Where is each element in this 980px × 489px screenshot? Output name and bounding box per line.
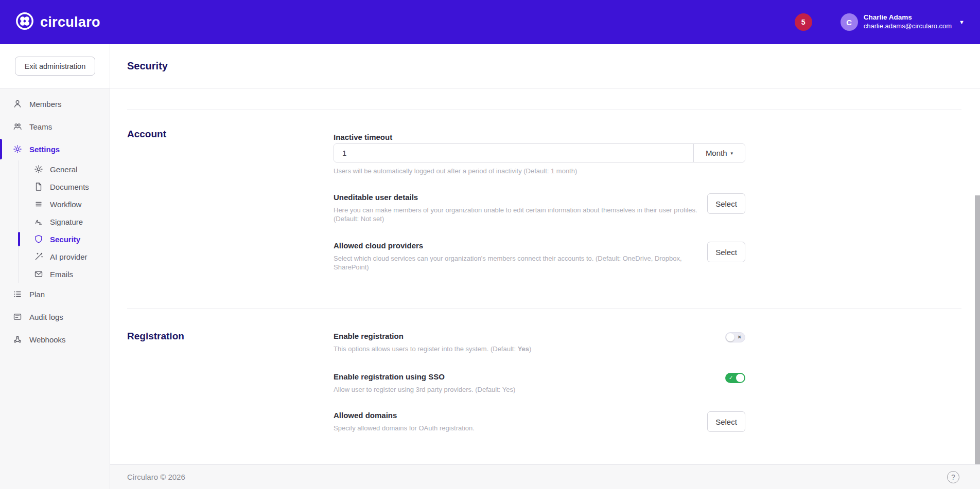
enable-sso-toggle[interactable]: ✓: [725, 373, 745, 383]
field-help: Specify allowed domains for OAuth regist…: [334, 424, 745, 432]
section-registration: Registration Enable registration This op…: [127, 331, 961, 432]
circularo-logo-icon: [15, 12, 34, 32]
x-icon: ✕: [738, 335, 742, 340]
field-help: Users will be automatically logged out a…: [334, 167, 745, 175]
sidebar-footer-strip: [0, 464, 110, 489]
page-header: Security: [110, 44, 980, 88]
field-help-line: (Default: Not set): [334, 214, 745, 223]
field-allowed-domains: Allowed domains Specify allowed domains …: [334, 411, 745, 432]
signature-icon: [34, 217, 43, 226]
sidebar-item-ai-provider[interactable]: AI provider: [19, 248, 110, 265]
help-icon[interactable]: ?: [947, 471, 959, 483]
sidebar-item-signature[interactable]: Signature: [19, 213, 110, 230]
list-icon: [13, 289, 22, 299]
sidebar-item-label: AI provider: [50, 252, 87, 261]
field-help: Allow user to register using 3rd party p…: [334, 385, 745, 394]
sidebar-item-members[interactable]: Members: [0, 93, 110, 115]
sidebar-item-label: Settings: [29, 145, 60, 154]
user-name: Charlie Adams: [864, 13, 952, 22]
field-label: Allowed domains: [334, 411, 745, 420]
uneditable-details-select-button[interactable]: Select: [707, 193, 745, 214]
sidebar-item-label: Audit logs: [29, 313, 63, 321]
field-label: Allowed cloud providers: [334, 242, 745, 250]
document-icon: [34, 182, 43, 191]
chevron-down-icon: ▾: [731, 151, 733, 156]
field-label: Enable registration: [334, 332, 745, 340]
vertical-scrollbar[interactable]: [975, 195, 980, 464]
sidebar-item-webhooks[interactable]: Webhooks: [0, 328, 110, 351]
app-window: circularo 5 C Charlie Adams charlie.adam…: [0, 0, 980, 489]
divider: [127, 110, 961, 110]
timeout-unit-dropdown[interactable]: Month ▾: [693, 144, 745, 162]
top-bar: circularo 5 C Charlie Adams charlie.adam…: [0, 0, 980, 44]
brand-name: circularo: [40, 14, 100, 30]
sidebar-item-security[interactable]: Security: [19, 230, 110, 248]
sidebar-item-label: Signature: [50, 218, 83, 226]
allowed-domains-select-button[interactable]: Select: [707, 411, 745, 432]
toggle-knob: [736, 374, 744, 382]
sidebar-item-label: Security: [50, 235, 80, 244]
cloud-providers-select-button[interactable]: Select: [707, 242, 745, 262]
sidebar-item-audit-logs[interactable]: Audit logs: [0, 305, 110, 328]
sidebar-item-label: Documents: [50, 183, 89, 191]
sidebar-header: Exit administration: [0, 44, 110, 88]
field-help-default-value: Yes: [518, 345, 529, 353]
field-help-line: Select which cloud services can your org…: [334, 254, 745, 263]
user-email: charlie.adams@circularo.com: [864, 22, 952, 30]
field-help-line: SharePoint): [334, 263, 745, 271]
notification-badge[interactable]: 5: [795, 13, 812, 31]
lines-icon: [34, 200, 43, 209]
footer: Circularo © 2026 ?: [110, 464, 980, 489]
sidebar-item-teams[interactable]: Teams: [0, 115, 110, 138]
field-help-default-prefix: (Default:: [488, 345, 517, 353]
sidebar-item-documents[interactable]: Documents: [19, 178, 110, 195]
field-help-text: This options allows users to register in…: [334, 345, 488, 353]
field-allowed-cloud-providers: Allowed cloud providers Select which clo…: [334, 242, 745, 271]
sidebar-item-settings[interactable]: Settings: [0, 138, 110, 160]
sidebar-item-label: General: [50, 165, 77, 174]
field-help-line: Here you can make members of your organi…: [334, 206, 745, 214]
sidebar-item-label: Plan: [29, 290, 45, 299]
field-inactive-timeout: Inactive timeout Month ▾ Users will be a…: [334, 133, 745, 175]
user-menu[interactable]: C Charlie Adams charlie.adams@circularo.…: [841, 13, 965, 31]
settings-subnav: General Documents Workflow Signature: [19, 160, 110, 283]
magic-wand-icon: [34, 252, 43, 261]
sidebar-item-label: Teams: [29, 122, 52, 131]
user-info: Charlie Adams charlie.adams@circularo.co…: [864, 13, 952, 30]
sidebar-item-emails[interactable]: Emails: [19, 265, 110, 283]
copyright-text: Circularo © 2026: [127, 473, 185, 481]
sidebar-item-label: Workflow: [50, 200, 81, 209]
timeout-unit-value: Month: [706, 149, 727, 157]
page-title: Security: [127, 60, 168, 72]
field-enable-registration: Enable registration This options allows …: [334, 332, 745, 353]
inactive-timeout-input[interactable]: [334, 144, 693, 162]
enable-registration-toggle[interactable]: ✕: [725, 332, 745, 342]
sidebar-item-general[interactable]: General: [19, 160, 110, 178]
check-icon: ✓: [729, 375, 733, 381]
exit-administration-button[interactable]: Exit administration: [15, 57, 95, 76]
webhook-icon: [13, 335, 22, 344]
field-label: Inactive timeout: [334, 133, 745, 141]
sidebar-item-label: Emails: [50, 270, 73, 279]
audit-log-icon: [13, 312, 22, 321]
section-title: Registration: [127, 331, 334, 432]
sidebar-nav: Members Teams Settings General: [0, 88, 110, 464]
section-title: Account: [127, 129, 334, 271]
sidebar-item-workflow[interactable]: Workflow: [19, 195, 110, 213]
toggle-knob: [726, 333, 734, 341]
avatar: C: [841, 13, 858, 31]
sidebar-item-label: Webhooks: [29, 335, 66, 344]
circularo-logo[interactable]: circularo: [15, 12, 100, 32]
inactive-timeout-input-group: Month ▾: [334, 143, 745, 162]
shield-icon: [34, 234, 43, 244]
sidebar-item-label: Members: [29, 100, 62, 108]
gear-icon: [34, 165, 43, 174]
section-account: Account Inactive timeout Month ▾ Users w…: [127, 129, 961, 271]
main-content: Account Inactive timeout Month ▾ Users w…: [110, 88, 980, 464]
field-uneditable-user-details: Uneditable user details Here you can mak…: [334, 193, 745, 223]
sidebar-item-plan[interactable]: Plan: [0, 283, 110, 305]
people-icon: [13, 122, 22, 131]
person-icon: [13, 99, 22, 108]
chevron-down-icon: ▼: [959, 19, 965, 25]
gear-icon: [13, 144, 22, 154]
